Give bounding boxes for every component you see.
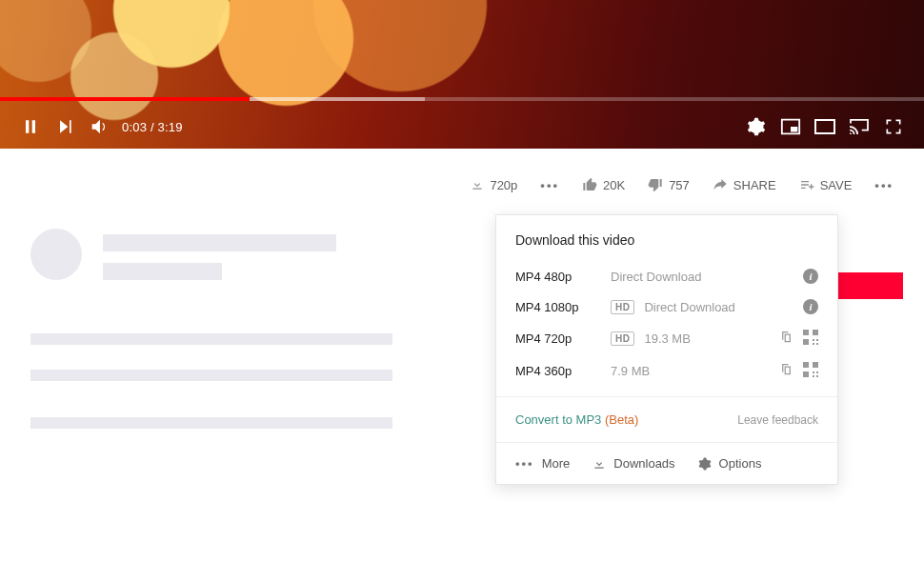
cast-button[interactable] xyxy=(842,110,876,144)
qr-icon[interactable] xyxy=(803,330,818,345)
share-label: SHARE xyxy=(733,178,776,192)
download-option-name: MP4 720p xyxy=(515,331,601,346)
thumbs-down-icon xyxy=(648,177,663,192)
download-menu-button[interactable]: ••• xyxy=(531,174,569,196)
player-controls: 0:03 / 3:19 xyxy=(0,105,924,149)
download-option-detail: Direct Download xyxy=(611,270,793,284)
dislike-button[interactable]: 757 xyxy=(638,173,699,196)
downloads-button[interactable]: Downloads xyxy=(593,456,674,471)
subtitle-placeholder xyxy=(103,263,222,280)
thumbs-up-icon xyxy=(582,177,597,192)
save-label: SAVE xyxy=(820,178,853,192)
subscribe-button[interactable] xyxy=(836,272,903,299)
progress-played xyxy=(0,97,250,101)
download-option-detail: 7.9 MB xyxy=(611,364,770,378)
download-panel: Download this video MP4 480pDirect Downl… xyxy=(495,214,838,485)
theater-button[interactable] xyxy=(808,110,842,144)
more-actions-button[interactable]: ••• xyxy=(865,174,903,196)
share-button[interactable]: SHARE xyxy=(703,173,786,196)
copy-icon[interactable] xyxy=(779,362,793,379)
title-placeholder xyxy=(103,234,336,251)
download-option-name: MP4 1080p xyxy=(515,300,601,314)
download-icon xyxy=(593,457,606,471)
video-actions-row: 720p ••• 20K 757 SHARE SAVE ••• xyxy=(0,173,924,196)
convert-to-mp3-link[interactable]: Convert to MP3 (Beta) xyxy=(515,412,638,427)
downloads-label: Downloads xyxy=(613,456,674,471)
next-button[interactable] xyxy=(48,110,82,144)
desc-line-placeholder xyxy=(30,417,392,429)
settings-button[interactable] xyxy=(739,110,773,144)
download-option-row[interactable]: MP4 1080pHDDirect Downloadi xyxy=(496,291,837,322)
dots-icon: ••• xyxy=(515,456,534,471)
download-quality-button[interactable]: 720p xyxy=(461,174,527,196)
download-option-name: MP4 360p xyxy=(515,364,601,378)
leave-feedback-link[interactable]: Leave feedback xyxy=(737,413,818,427)
download-option-row[interactable]: MP4 360p7.9 MB xyxy=(496,354,837,387)
download-icon xyxy=(471,178,484,191)
beta-label: (Beta) xyxy=(605,412,638,427)
video-player[interactable]: 0:03 / 3:19 xyxy=(0,0,924,149)
dots-icon: ••• xyxy=(874,178,894,192)
download-panel-footer: ••• More Downloads Options xyxy=(496,442,837,484)
convert-label: Convert to MP3 xyxy=(515,412,601,427)
copy-icon[interactable] xyxy=(779,330,793,347)
download-option-row[interactable]: MP4 720pHD19.3 MB xyxy=(496,322,837,354)
pause-button[interactable] xyxy=(13,110,48,144)
hd-badge: HD xyxy=(611,331,634,346)
info-icon[interactable]: i xyxy=(803,269,818,284)
save-button[interactable]: SAVE xyxy=(790,173,862,196)
options-label: Options xyxy=(719,456,762,471)
download-quality-label: 720p xyxy=(490,178,517,192)
dislike-count: 757 xyxy=(669,178,690,192)
dots-icon: ••• xyxy=(540,178,559,192)
more-label: More xyxy=(542,456,571,471)
desc-line-placeholder xyxy=(30,370,392,381)
like-count: 20K xyxy=(603,178,625,192)
more-button[interactable]: ••• More xyxy=(515,456,570,471)
download-option-detail: 19.3 MB xyxy=(644,331,770,346)
info-icon[interactable]: i xyxy=(803,299,818,314)
share-icon xyxy=(713,177,728,192)
desc-line-placeholder xyxy=(30,333,392,345)
volume-button[interactable] xyxy=(82,110,116,144)
fullscreen-button[interactable] xyxy=(876,110,911,144)
progress-track[interactable] xyxy=(0,97,924,101)
qr-icon[interactable] xyxy=(803,362,818,377)
hd-badge: HD xyxy=(611,300,634,314)
options-button[interactable]: Options xyxy=(698,456,762,471)
avatar-placeholder xyxy=(30,229,82,280)
miniplayer-button[interactable] xyxy=(773,110,808,144)
download-option-detail: Direct Download xyxy=(644,300,793,314)
time-display: 0:03 / 3:19 xyxy=(122,120,183,134)
download-option-name: MP4 480p xyxy=(515,270,601,284)
playlist-add-icon xyxy=(799,177,814,192)
gear-icon xyxy=(698,457,712,471)
download-option-row[interactable]: MP4 480pDirect Downloadi xyxy=(496,261,837,291)
download-panel-title: Download this video xyxy=(496,215,837,261)
like-button[interactable]: 20K xyxy=(572,173,634,196)
